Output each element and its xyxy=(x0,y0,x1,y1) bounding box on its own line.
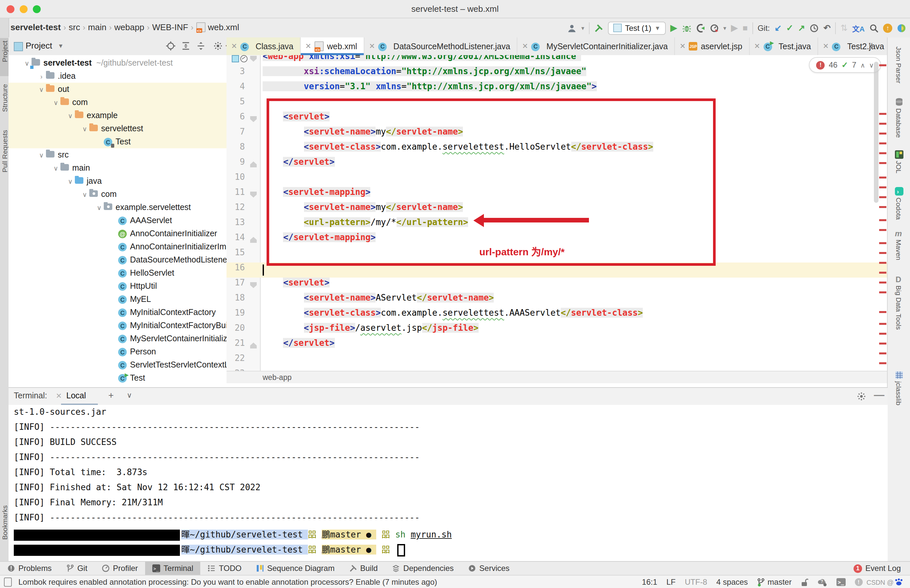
chevron-down-icon[interactable]: ∨ xyxy=(80,125,89,132)
close-tab-icon[interactable]: ✕ xyxy=(754,42,760,50)
fold-marker-icon[interactable] xyxy=(250,56,257,62)
unlocked-icon[interactable] xyxy=(801,578,808,586)
stripe-bookmarks-button[interactable]: Bookmarks xyxy=(1,505,8,540)
run-configuration-selector[interactable]: Test (1) ▼ xyxy=(608,21,666,34)
code-viewport[interactable]: 2<web-app xmlns:xsi="http://www.w3.org/2… xyxy=(227,55,888,371)
file-encoding[interactable]: UTF-8 xyxy=(685,577,707,587)
tree-item-MyServletContainerInitialize[interactable]: CMyServletContainerInitialize xyxy=(8,332,227,345)
descriptor-gutter-icon[interactable] xyxy=(232,55,239,62)
code-line-10[interactable]: 10 xyxy=(227,172,888,187)
git-commit-icon[interactable]: ✓ xyxy=(786,24,793,32)
profiler-button[interactable] xyxy=(709,23,719,32)
profiler-dropdown-icon[interactable]: ▾ xyxy=(723,24,726,31)
code-line-16[interactable]: 16 xyxy=(227,263,888,278)
stripe-json-parser-button[interactable]: Json Parser xyxy=(888,47,910,83)
project-view-dropdown-icon[interactable]: ▼ xyxy=(58,43,64,49)
code-line-6[interactable]: 6 <servlet> xyxy=(227,111,888,127)
stripe-pull-requests-button[interactable]: Pull Requests xyxy=(1,130,8,173)
tab-aservlet.jsp[interactable]: ✕JSPaservlet.jsp xyxy=(675,37,750,55)
toolwindow-git-button[interactable]: Git xyxy=(59,562,94,575)
code-line-2[interactable]: 2<web-app xmlns:xsi="http://www.w3.org/2… xyxy=(227,55,888,66)
git-update-icon[interactable]: ↙ xyxy=(774,24,782,32)
tree-item-.idea[interactable]: ›.idea xyxy=(8,69,227,83)
toolwindow-terminal-button[interactable]: >_Terminal xyxy=(145,562,201,575)
fold-marker-icon[interactable] xyxy=(250,237,257,243)
tree-item-example.servelettest[interactable]: ∨example.servelettest xyxy=(8,201,227,214)
tab-Test2.java[interactable]: ✕CTest2.java xyxy=(818,37,888,55)
next-problem-icon[interactable]: ∨ xyxy=(869,61,874,69)
stripe-maven-button[interactable]: mMaven xyxy=(888,229,910,260)
cloud-config-icon[interactable]: ? xyxy=(817,578,827,586)
prev-problem-icon[interactable]: ∧ xyxy=(860,61,865,69)
fold-marker-icon[interactable] xyxy=(250,282,257,288)
chevron-down-icon[interactable]: ∨ xyxy=(66,178,75,185)
rollback-icon[interactable]: ↶ xyxy=(823,24,831,32)
terminal-sessions-chevron-icon[interactable]: ∨ xyxy=(127,391,132,400)
terminal-prompt[interactable]: 暉~/github/servelet-test 㗊 鵬master ● 㗊 sh… xyxy=(14,528,888,543)
tab-MyServletContainerInitializer.java[interactable]: ✕CMyServletContainerInitializer.java xyxy=(517,37,675,55)
close-tab-icon[interactable]: ✕ xyxy=(680,42,685,50)
tree-item-AnnoContainerInitializerImp[interactable]: CAnnoContainerInitializerImp xyxy=(8,240,227,253)
user-dropdown-icon[interactable]: ▾ xyxy=(581,24,585,31)
close-tab-icon[interactable]: ✕ xyxy=(305,42,311,50)
toolwindow-dependencies-button[interactable]: Dependencies xyxy=(385,562,461,575)
tree-item-MyEL[interactable]: CMyEL xyxy=(8,293,227,306)
tree-item-com[interactable]: ∨com xyxy=(8,188,227,201)
toolwindow-problems-button[interactable]: Problems xyxy=(0,562,59,575)
tab-Class.java[interactable]: ✕CClass.java xyxy=(227,37,301,55)
terminal-tab-close-icon[interactable]: ✕ xyxy=(56,392,62,400)
breadcrumb-item[interactable]: web.xml xyxy=(208,22,239,32)
tree-item-main[interactable]: ∨main xyxy=(8,162,227,174)
inspection-widget[interactable]: ! 46 ✓ 7 ∧ ∨ xyxy=(809,57,881,73)
code-line-9[interactable]: 9 </servlet> xyxy=(227,157,888,172)
tab-DataSourceMethodListener.java[interactable]: ✕CDataSourceMethodListener.java xyxy=(364,37,517,55)
close-tab-icon[interactable]: ✕ xyxy=(522,42,528,50)
line-separator[interactable]: LF xyxy=(666,577,675,587)
stripe-jol-button[interactable]: JOL xyxy=(888,150,910,174)
code-line-20[interactable]: 20 <jsp-file>/aservlet.jsp</jsp-file> xyxy=(227,323,888,338)
tree-item-example[interactable]: ∨example xyxy=(8,109,227,122)
terminal-prompt[interactable]: 暉~/github/servelet-test 㗊 鵬master ● 㗊 xyxy=(14,543,888,558)
breadcrumb-item[interactable]: main xyxy=(88,22,106,32)
translate-icon[interactable]: 文A xyxy=(852,23,865,33)
tree-item-java[interactable]: ∨java xyxy=(8,174,227,188)
toolwindow-todo-button[interactable]: TODO xyxy=(201,562,249,575)
history-icon[interactable] xyxy=(810,23,819,32)
close-tab-icon[interactable]: ✕ xyxy=(369,42,375,50)
build-hammer-icon[interactable] xyxy=(594,23,603,32)
breadcrumb-item[interactable]: src xyxy=(69,22,80,32)
status-message[interactable]: Lombok requires enabled annotation proce… xyxy=(18,577,437,587)
toolwindow-sequence-diagram-button[interactable]: Sequence Diagram xyxy=(249,562,342,575)
tree-item-src[interactable]: ∨src xyxy=(8,148,227,162)
code-line-12[interactable]: 12 <servlet-name>my</servlet-name> xyxy=(227,202,888,217)
stripe-big-data-tools-button[interactable]: DBig Data Tools xyxy=(888,275,910,330)
code-line-7[interactable]: 7 <servlet-name>my</servlet-name> xyxy=(227,127,888,142)
stripe-project-button[interactable]: Project xyxy=(1,41,8,62)
tree-item-HelloServlet[interactable]: CHelloServlet xyxy=(8,267,227,279)
tree-item-DataSourceMethodListener[interactable]: CDataSourceMethodListener xyxy=(8,253,227,267)
editor-breadcrumb[interactable]: web-app xyxy=(227,371,888,383)
terminal-status-icon[interactable]: >_ xyxy=(836,578,845,586)
status-panel-icon[interactable] xyxy=(4,577,12,587)
tree-item-MyInitialContextFactory[interactable]: CMyInitialContextFactory xyxy=(8,306,227,319)
collapse-all-icon[interactable] xyxy=(196,41,206,50)
chevron-down-icon[interactable]: ∨ xyxy=(94,204,104,211)
code-line-17[interactable]: 17 <servlet> xyxy=(227,278,888,293)
breadcrumb-item[interactable]: webapp xyxy=(114,22,144,32)
tab-web.xml[interactable]: ✕web.xml xyxy=(301,37,364,55)
code-line-23[interactable]: 23 xyxy=(227,368,888,371)
code-line-3[interactable]: 3 xsi:schemaLocation="http://xmlns.jcp.o… xyxy=(227,66,888,81)
editor-panel[interactable]: 2<web-app xmlns:xsi="http://www.w3.org/2… xyxy=(227,55,888,387)
project-panel-title[interactable]: Project xyxy=(26,41,52,50)
user-account-icon[interactable] xyxy=(568,23,577,32)
tab-Test.java[interactable]: ✕C▶Test.java xyxy=(750,37,818,55)
run-with-coverage-button[interactable] xyxy=(696,23,705,32)
toolwindow-profiler-button[interactable]: Profiler xyxy=(94,562,145,575)
terminal-output[interactable]: st-1.0-sources.jar[INFO] ---------------… xyxy=(8,405,888,561)
panel-settings-gear-icon[interactable] xyxy=(214,41,223,50)
code-line-22[interactable]: 22 xyxy=(227,353,888,368)
tree-item-HttpUtil[interactable]: CHttpUtil xyxy=(8,279,227,293)
code-line-21[interactable]: 21 </servlet> xyxy=(227,338,888,353)
update-available-icon[interactable]: ↑ xyxy=(883,23,892,32)
code-line-8[interactable]: 8 <servlet-class>com.example.servelettes… xyxy=(227,142,888,157)
